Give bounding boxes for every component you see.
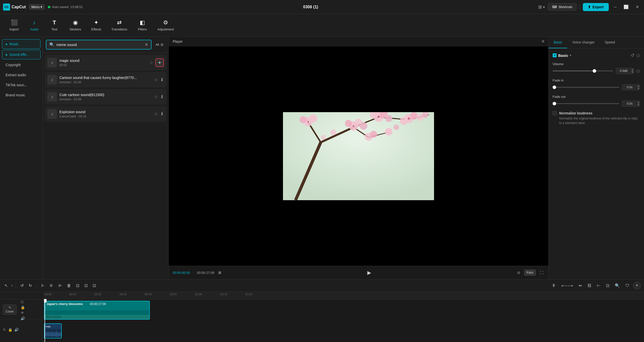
svg-point-32 xyxy=(378,116,380,118)
split-left-button[interactable]: ⊪ xyxy=(48,282,55,289)
tab-voice-changer[interactable]: Voice changer xyxy=(567,37,600,48)
undo-button[interactable]: ↺ xyxy=(631,53,634,58)
group-button[interactable]: ⊡ xyxy=(75,282,81,289)
sidebar-item-copyright[interactable]: Copyright xyxy=(2,60,41,69)
audio-clip[interactable]: mac xyxy=(44,323,62,338)
audio-list-item[interactable]: ♪ Cute cartoon sound(811500) tomotam · 0… xyxy=(45,89,166,105)
maximize-button[interactable]: ⬜ xyxy=(622,4,631,10)
minimize-button[interactable]: ─ xyxy=(612,4,619,10)
split-right-button[interactable]: ⊫ xyxy=(57,282,63,289)
split-button[interactable]: ⊩ xyxy=(40,282,46,289)
tool-text[interactable]: T Text xyxy=(44,17,64,33)
sidebar-item-extract-audio[interactable]: Extract audio xyxy=(2,70,41,79)
fade-out-slider[interactable] xyxy=(553,103,619,104)
search-input[interactable] xyxy=(56,43,143,47)
tab-speed[interactable]: Speed xyxy=(600,37,620,48)
align-right-button[interactable]: ⊡ xyxy=(91,282,97,289)
audio-favorite-button-3[interactable]: ☆ xyxy=(154,94,158,100)
link-button[interactable]: ⟵⟶ xyxy=(559,282,575,290)
shortcuts-button[interactable]: ⌨ Shortcuts xyxy=(548,3,577,11)
normalize-checkbox[interactable] xyxy=(553,111,557,115)
audio-favorite-button-4[interactable]: ☆ xyxy=(154,111,158,117)
ruler-spacer xyxy=(0,292,44,300)
svg-rect-39 xyxy=(48,315,48,318)
fullscreen-button[interactable]: ⛶ xyxy=(539,270,544,276)
play-button[interactable]: ▶ xyxy=(366,269,372,277)
menu-button[interactable]: Menu ▾ xyxy=(29,4,45,10)
video-track-eye-icon[interactable]: 👁 xyxy=(21,311,25,315)
playhead[interactable] xyxy=(45,300,45,342)
left-sidebar: ▶ Music ▶ Sound effe... Copyright Extrac… xyxy=(0,37,43,279)
screenshot-button[interactable]: ⊙ xyxy=(516,270,521,276)
tab-basic[interactable]: Basic xyxy=(549,37,567,48)
audio-track-loop-icon[interactable]: ↻ xyxy=(3,328,6,332)
audio-download-button-4[interactable]: ⬇ xyxy=(160,111,164,117)
right-tabs: Basic Voice changer Speed xyxy=(549,37,644,49)
caption-button[interactable]: ⊡ xyxy=(604,282,611,290)
fade-out-down-arrow[interactable]: ▼ xyxy=(637,104,640,106)
audio-favorite-button-1[interactable]: ☆ xyxy=(149,60,153,65)
normalize-desc: Normalize the original loudness of the s… xyxy=(559,116,640,125)
search-filter-all[interactable]: All ⊟ xyxy=(154,42,165,48)
chain-button[interactable]: ⛓ xyxy=(585,282,593,290)
video-clip[interactable]: Japan's cherry blossoms 00:00:27:09 xyxy=(44,301,150,320)
audio-thumb-4: ♪ xyxy=(47,109,57,119)
tool-adjustment[interactable]: ⚙ Adjustment xyxy=(152,17,179,33)
tool-import[interactable]: ⬛ Import xyxy=(4,17,24,33)
svg-rect-61 xyxy=(59,332,59,337)
video-track-screen-icon[interactable]: ⊡ xyxy=(21,300,25,304)
audio-track-lock-icon[interactable]: 🔒 xyxy=(8,328,12,332)
audio-track-volume-icon[interactable]: 🔊 xyxy=(14,328,19,332)
player-time-current: 00:00:00:00 xyxy=(173,271,190,275)
magnet-button[interactable]: ⇔ xyxy=(577,282,584,290)
audio-sync-button[interactable]: ⊢ xyxy=(595,282,602,290)
audio-list-item[interactable]: ♪ Explosion sound CanonCable · 00:23 ☆ ⬇ xyxy=(45,106,166,122)
audio-download-button-3[interactable]: ⬇ xyxy=(160,94,164,100)
redo-timeline-button[interactable]: ↻ xyxy=(27,282,33,289)
player-controls: 00:00:00:00 00:00:27:09 ⊞ ▶ ⊙ Ratio ⛶ xyxy=(169,266,548,279)
delete-button[interactable]: 🗑 xyxy=(65,282,73,289)
volume-slider[interactable] xyxy=(553,70,613,71)
search-clear-icon[interactable]: ✕ xyxy=(145,42,148,47)
audio-actions-1: ☆ + xyxy=(149,58,164,67)
cover-button[interactable]: ✎ Cover xyxy=(3,305,17,315)
undo-timeline-button[interactable]: ↺ xyxy=(19,282,25,289)
audio-list-item[interactable]: ♪ magic sound 00:02 ☆ + xyxy=(45,55,166,70)
export-button[interactable]: ⬆ Export xyxy=(583,3,609,11)
tool-audio[interactable]: ♪ Audio xyxy=(24,17,44,33)
top-bar: CC CapCut Menu ▾ Auto saved: 13:08:51 03… xyxy=(0,0,644,14)
audio-info-2: Cartoon sound that causes funny laughter… xyxy=(59,76,152,84)
align-left-button[interactable]: ⊡ xyxy=(83,282,89,289)
fade-in-down-arrow[interactable]: ▼ xyxy=(637,87,640,90)
audio-track-label: ↻ 🔒 🔊 xyxy=(0,320,44,340)
player-menu-button[interactable]: ≡ xyxy=(542,39,544,44)
fade-in-slider[interactable] xyxy=(553,87,619,88)
ruler-mark-40: |00:40 xyxy=(145,293,152,296)
sidebar-item-music[interactable]: ▶ Music xyxy=(2,39,41,49)
sidebar-item-sound-effects[interactable]: ▶ Sound effe... xyxy=(2,50,41,59)
reset-button[interactable]: ◇ xyxy=(636,53,640,58)
tool-effects[interactable]: ✦ Effects xyxy=(86,17,106,33)
volume-reset-icon[interactable]: ◇ xyxy=(636,68,640,74)
zoom-out-button[interactable]: 🔍 xyxy=(613,282,622,290)
volume-down-arrow[interactable]: ▼ xyxy=(631,71,634,73)
sidebar-item-tiktok[interactable]: TikTok soun... xyxy=(2,80,41,90)
close-button[interactable]: ✕ xyxy=(634,4,641,10)
sidebar-item-brand-music[interactable]: Brand music xyxy=(2,91,41,100)
add-track-button[interactable]: + xyxy=(633,282,641,290)
audio-add-button-1[interactable]: + xyxy=(155,58,164,67)
svg-point-20 xyxy=(309,114,317,122)
select-tool-button[interactable]: ↖ xyxy=(3,282,9,289)
ratio-button[interactable]: Ratio xyxy=(524,270,536,276)
shield-button[interactable]: 🛡 xyxy=(623,282,631,290)
tool-stickers[interactable]: ◉ Stickers xyxy=(64,17,86,33)
video-track-lock-icon[interactable]: 🔒 xyxy=(21,305,25,309)
cover-edit-icon: ✎ xyxy=(9,306,11,309)
tool-filters[interactable]: ◧ Filters xyxy=(132,17,152,33)
tool-transitions[interactable]: ⇄ Transitions xyxy=(106,17,132,33)
audio-list-item[interactable]: ♪ Cartoon sound that causes funny laught… xyxy=(45,72,166,88)
audio-favorite-button-2[interactable]: ☆ xyxy=(154,77,158,82)
grid-view-button[interactable]: ⊞ xyxy=(217,270,222,276)
microphone-button[interactable]: 🎙 xyxy=(550,282,558,290)
audio-download-button-2[interactable]: ⬇ xyxy=(160,77,164,82)
